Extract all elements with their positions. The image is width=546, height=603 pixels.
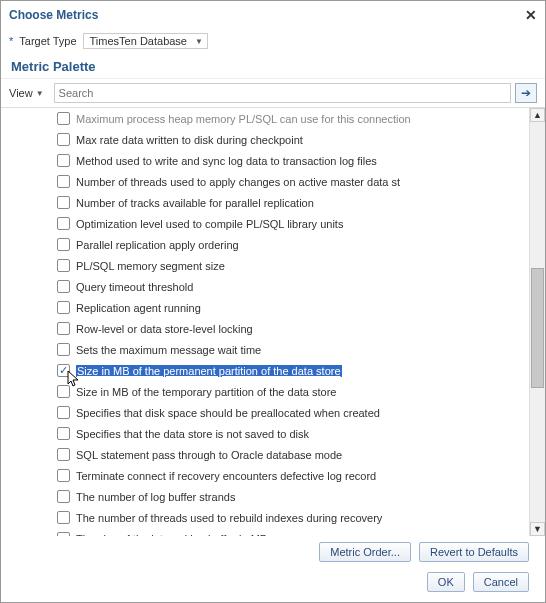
- dialog-title: Choose Metrics: [9, 8, 98, 22]
- metric-label[interactable]: Number of tracks available for parallel …: [76, 197, 314, 209]
- list-item: Maximum process heap memory PL/SQL can u…: [57, 108, 525, 129]
- metric-label[interactable]: Method used to write and sync log data t…: [76, 155, 377, 167]
- metric-list-area: Maximum process heap memory PL/SQL can u…: [1, 108, 545, 536]
- search-input[interactable]: [54, 83, 511, 103]
- palette-toolbar: View ▼ ➔: [1, 78, 545, 108]
- list-item: PL/SQL memory segment size: [57, 255, 525, 276]
- checkbox[interactable]: [57, 154, 70, 167]
- arrow-right-icon: ➔: [521, 86, 531, 100]
- checkbox[interactable]: [57, 364, 70, 377]
- search-wrap: ➔: [54, 83, 537, 103]
- metric-label[interactable]: Row-level or data store-level locking: [76, 323, 253, 335]
- choose-metrics-dialog: Choose Metrics ✕ * Target Type TimesTen …: [0, 0, 546, 603]
- checkbox[interactable]: [57, 385, 70, 398]
- metric-label[interactable]: Specifies that the data store is not sav…: [76, 428, 309, 440]
- view-menu-button[interactable]: View ▼: [9, 87, 44, 99]
- chevron-down-icon: ▼: [195, 37, 203, 46]
- metric-label[interactable]: Sets the maximum message wait time: [76, 344, 261, 356]
- checkbox[interactable]: [57, 280, 70, 293]
- ok-button[interactable]: OK: [427, 572, 465, 592]
- vertical-scrollbar[interactable]: ▲ ▼: [529, 108, 545, 536]
- scroll-down-icon[interactable]: ▼: [530, 522, 545, 536]
- target-type-row: * Target Type TimesTen Database ▼: [1, 29, 545, 53]
- chevron-down-icon: ▼: [36, 89, 44, 98]
- checkbox[interactable]: [57, 406, 70, 419]
- list-item: Specifies that the data store is not sav…: [57, 423, 525, 444]
- checkbox[interactable]: [57, 511, 70, 524]
- revert-defaults-button[interactable]: Revert to Defaults: [419, 542, 529, 562]
- list-item: Number of threads used to apply changes …: [57, 171, 525, 192]
- metric-label[interactable]: PL/SQL memory segment size: [76, 260, 225, 272]
- list-item: The number of threads used to rebuild in…: [57, 507, 525, 528]
- metric-label[interactable]: Terminate connect if recovery encounters…: [76, 470, 376, 482]
- list-item: SQL statement pass through to Oracle dat…: [57, 444, 525, 465]
- checkbox[interactable]: [57, 196, 70, 209]
- metric-label[interactable]: The size of the internal log buffer in M…: [76, 533, 267, 537]
- metric-label[interactable]: Query timeout threshold: [76, 281, 193, 293]
- checkbox[interactable]: [57, 133, 70, 146]
- metric-label[interactable]: Max rate data written to disk during che…: [76, 134, 303, 146]
- view-label: View: [9, 87, 33, 99]
- target-type-select[interactable]: TimesTen Database ▼: [83, 33, 208, 49]
- metric-label[interactable]: Size in MB of the temporary partition of…: [76, 386, 336, 398]
- scroll-up-icon[interactable]: ▲: [530, 108, 545, 122]
- checkbox[interactable]: [57, 490, 70, 503]
- checkbox[interactable]: [57, 448, 70, 461]
- list-item: Specifies that disk space should be prea…: [57, 402, 525, 423]
- checkbox[interactable]: [57, 112, 70, 125]
- target-type-value: TimesTen Database: [90, 35, 187, 47]
- close-icon[interactable]: ✕: [525, 7, 537, 23]
- list-item: Size in MB of the temporary partition of…: [57, 381, 525, 402]
- checkbox[interactable]: [57, 301, 70, 314]
- checkbox[interactable]: [57, 238, 70, 251]
- metric-label[interactable]: Specifies that disk space should be prea…: [76, 407, 380, 419]
- checkbox[interactable]: [57, 259, 70, 272]
- dialog-button-row: OK Cancel: [1, 568, 545, 602]
- scroll-thumb[interactable]: [531, 268, 544, 388]
- list-item: Method used to write and sync log data t…: [57, 150, 525, 171]
- dialog-titlebar: Choose Metrics ✕: [1, 1, 545, 29]
- list-item: Optimization level used to compile PL/SQ…: [57, 213, 525, 234]
- metric-palette-title: Metric Palette: [1, 53, 545, 78]
- metric-label[interactable]: Number of threads used to apply changes …: [76, 176, 400, 188]
- list-item: Sets the maximum message wait time: [57, 339, 525, 360]
- checkbox[interactable]: [57, 427, 70, 440]
- list-item: Number of tracks available for parallel …: [57, 192, 525, 213]
- checkbox[interactable]: [57, 469, 70, 482]
- checkbox[interactable]: [57, 217, 70, 230]
- list-item: Query timeout threshold: [57, 276, 525, 297]
- search-go-button[interactable]: ➔: [515, 83, 537, 103]
- list-item: The number of log buffer strands: [57, 486, 525, 507]
- metric-order-button[interactable]: Metric Order...: [319, 542, 411, 562]
- metric-list: Maximum process heap memory PL/SQL can u…: [1, 108, 529, 536]
- list-item: Max rate data written to disk during che…: [57, 129, 525, 150]
- list-item: Replication agent running: [57, 297, 525, 318]
- metric-label[interactable]: Parallel replication apply ordering: [76, 239, 239, 251]
- list-item: Parallel replication apply ordering: [57, 234, 525, 255]
- cancel-button[interactable]: Cancel: [473, 572, 529, 592]
- metric-label[interactable]: The number of log buffer strands: [76, 491, 235, 503]
- metric-label[interactable]: Replication agent running: [76, 302, 201, 314]
- palette-button-row: Metric Order... Revert to Defaults: [1, 536, 545, 568]
- checkbox[interactable]: [57, 322, 70, 335]
- list-item: The size of the internal log buffer in M…: [57, 528, 525, 536]
- metric-label[interactable]: The number of threads used to rebuild in…: [76, 512, 382, 524]
- metric-label: Maximum process heap memory PL/SQL can u…: [76, 113, 411, 125]
- metric-label[interactable]: SQL statement pass through to Oracle dat…: [76, 449, 342, 461]
- checkbox[interactable]: [57, 343, 70, 356]
- target-type-label: Target Type: [19, 35, 76, 47]
- checkbox[interactable]: [57, 175, 70, 188]
- list-item: Row-level or data store-level locking: [57, 318, 525, 339]
- list-item: Size in MB of the permanent partition of…: [57, 360, 525, 381]
- checkbox[interactable]: [57, 532, 70, 536]
- metric-label[interactable]: Size in MB of the permanent partition of…: [76, 365, 342, 377]
- metric-label[interactable]: Optimization level used to compile PL/SQ…: [76, 218, 343, 230]
- list-item: Terminate connect if recovery encounters…: [57, 465, 525, 486]
- required-star: *: [9, 35, 13, 47]
